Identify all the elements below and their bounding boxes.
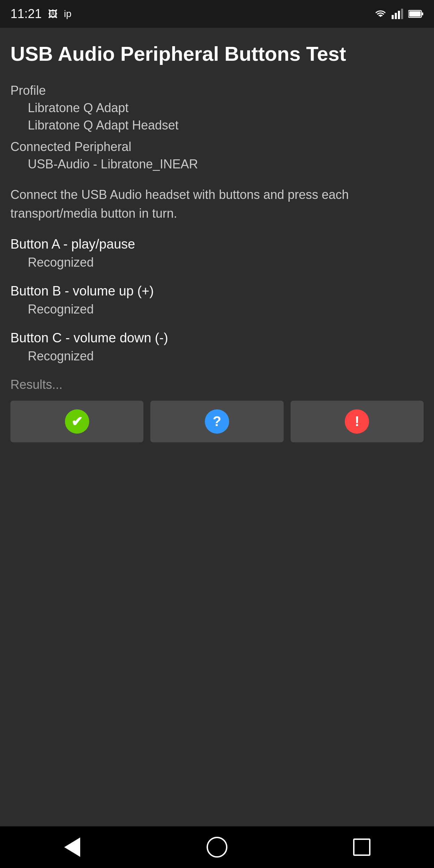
- result-buttons-container: ✔ ? !: [10, 401, 424, 442]
- fail-icon: !: [345, 409, 369, 434]
- button-c-status: Recognized: [10, 349, 424, 364]
- button-b-section: Button B - volume up (+) Recognized: [10, 284, 424, 317]
- profile-items: Libratone Q Adapt Libratone Q Adapt Head…: [10, 101, 424, 133]
- button-a-label: Button A - play/pause: [10, 237, 424, 252]
- button-c-label: Button C - volume down (-): [10, 331, 424, 345]
- main-content: USB Audio Peripheral Buttons Test Profil…: [0, 28, 434, 826]
- status-bar-left: 11:21 🖼 ip: [10, 7, 72, 21]
- connected-peripheral-device: USB-Audio - Libratone_INEAR: [10, 157, 424, 172]
- button-c-section: Button C - volume down (-) Recognized: [10, 331, 424, 364]
- home-button[interactable]: [203, 833, 231, 861]
- connected-peripheral-label: Connected Peripheral: [10, 140, 424, 154]
- svg-rect-0: [392, 15, 394, 19]
- image-icon: 🖼: [48, 8, 58, 20]
- profile-label: Profile: [10, 83, 424, 98]
- button-b-status: Recognized: [10, 302, 424, 317]
- status-time: 11:21: [10, 7, 42, 21]
- fail-button[interactable]: !: [291, 401, 424, 442]
- recents-button[interactable]: [348, 833, 376, 861]
- results-section: Results... ✔ ? !: [10, 377, 424, 442]
- button-b-label: Button B - volume up (+): [10, 284, 424, 299]
- button-a-section: Button A - play/pause Recognized: [10, 237, 424, 270]
- instructions-text: Connect the USB Audio headset with butto…: [10, 185, 424, 223]
- recents-icon: [353, 838, 370, 856]
- profile-item-0: Libratone Q Adapt: [28, 101, 424, 115]
- svg-rect-6: [409, 11, 421, 17]
- page-title: USB Audio Peripheral Buttons Test: [10, 42, 424, 66]
- results-label: Results...: [10, 377, 424, 392]
- profile-item-1: Libratone Q Adapt Headset: [28, 118, 424, 133]
- ip-label: ip: [64, 8, 72, 19]
- back-icon: [64, 837, 80, 857]
- battery-icon: [408, 9, 424, 19]
- profile-section: Profile Libratone Q Adapt Libratone Q Ad…: [10, 83, 424, 133]
- button-a-status: Recognized: [10, 255, 424, 270]
- pass-icon: ✔: [65, 409, 89, 434]
- status-bar: 11:21 🖼 ip: [0, 0, 434, 28]
- home-icon: [207, 837, 227, 858]
- unknown-button[interactable]: ?: [150, 401, 283, 442]
- back-button[interactable]: [58, 833, 86, 861]
- wifi-icon: [374, 9, 387, 19]
- svg-rect-5: [422, 12, 423, 15]
- svg-rect-1: [395, 13, 397, 19]
- svg-rect-2: [398, 11, 400, 19]
- signal-icon: [392, 9, 403, 19]
- pass-button[interactable]: ✔: [10, 401, 143, 442]
- svg-rect-3: [401, 9, 403, 19]
- unknown-icon: ?: [205, 409, 229, 434]
- connected-peripheral-section: Connected Peripheral USB-Audio - Librato…: [10, 140, 424, 172]
- nav-bar: [0, 826, 434, 868]
- peripheral-device-name: USB-Audio - Libratone_INEAR: [28, 157, 424, 172]
- status-bar-right: [374, 9, 424, 19]
